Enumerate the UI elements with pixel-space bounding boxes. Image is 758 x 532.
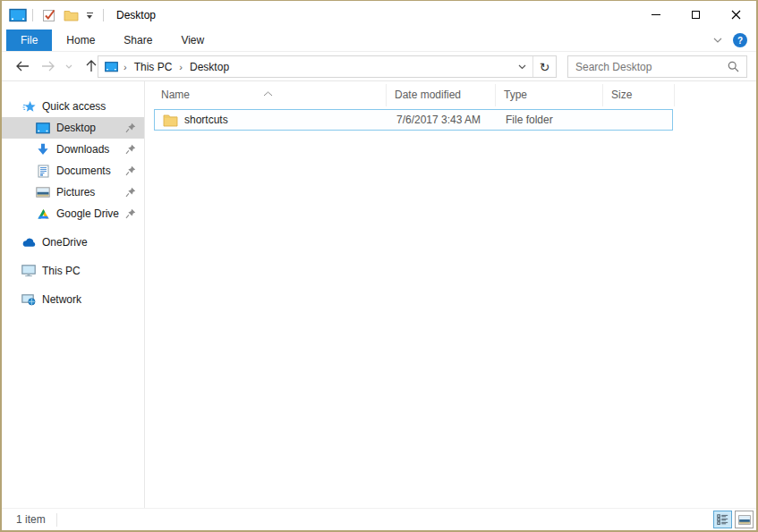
breadcrumb-chevron-icon: › <box>118 62 132 72</box>
sidebar-item-label: Network <box>42 293 81 306</box>
ribbon-tabs: File Home Share View <box>6 30 218 51</box>
address-dropdown-button chevron-down-icon[interactable] <box>511 56 532 77</box>
expand-ribbon-button chevron-down-icon[interactable] <box>713 28 722 53</box>
close-icon <box>731 10 741 20</box>
ribbon-right-controls: ? <box>713 30 747 51</box>
sidebar-item-network[interactable]: Network <box>2 289 144 310</box>
divider <box>32 9 33 21</box>
column-header-name[interactable]: Name <box>145 84 387 106</box>
titlebar: Desktop <box>2 1 756 30</box>
divider <box>103 9 104 21</box>
file-list-pane: Name Date modified Type Size shortcuts 7… <box>145 81 756 508</box>
properties-check-icon <box>42 8 56 22</box>
pin-icon <box>125 165 136 179</box>
forward-button forward-arrow-icon[interactable] <box>36 54 61 79</box>
sidebar-item-label: Documents <box>56 165 111 177</box>
sidebar-item-label: Downloads <box>56 143 109 156</box>
sidebar-item-label: Desktop <box>56 122 96 134</box>
pin-icon <box>125 144 136 157</box>
document-icon <box>36 165 50 178</box>
tab-home[interactable]: Home <box>52 30 109 51</box>
sidebar-item-google-drive[interactable]: Google Drive <box>2 203 144 224</box>
sidebar-item-label: This PC <box>42 265 81 277</box>
picture-icon <box>36 187 50 198</box>
breadcrumb-chevron-icon: › <box>174 62 188 72</box>
navigation-pane: Quick access Desktop Downloads <box>2 81 145 508</box>
pin-icon <box>125 122 136 136</box>
sidebar-item-onedrive[interactable]: OneDrive <box>2 232 144 253</box>
view-toggle-buttons <box>713 511 754 528</box>
search-box <box>567 55 747 78</box>
help-button question-icon[interactable]: ? <box>733 33 747 47</box>
maximize-icon <box>692 11 700 19</box>
maximize-button[interactable] <box>676 1 716 29</box>
folder-icon <box>64 9 79 21</box>
column-header-type[interactable]: Type <box>496 84 603 106</box>
sidebar-item-label: Quick access <box>42 100 106 113</box>
tab-share[interactable]: Share <box>109 30 166 51</box>
qat-customize-button chevron-down-icon[interactable] <box>81 4 98 26</box>
sidebar-item-downloads[interactable]: Downloads <box>2 139 144 160</box>
download-arrow-icon <box>36 143 50 156</box>
sidebar-item-this-pc[interactable]: This PC <box>2 260 144 282</box>
tab-file[interactable]: File <box>6 30 52 51</box>
thumbnails-view-button picture-icon[interactable] <box>735 511 754 528</box>
ribbon-tab-row: File Home Share View ? <box>2 30 756 52</box>
breadcrumb-this-pc[interactable]: This PC <box>132 61 175 73</box>
minimize-button[interactable] <box>635 1 676 29</box>
onedrive-cloud-icon <box>21 238 36 248</box>
sidebar-item-quick-access[interactable]: Quick access <box>2 96 144 117</box>
window-controls <box>635 1 756 29</box>
file-type: File folder <box>506 114 553 126</box>
tab-view[interactable]: View <box>166 30 218 51</box>
divider <box>56 513 57 527</box>
navigation-buttons <box>9 52 106 80</box>
search-icon <box>728 61 739 72</box>
qat-properties-button[interactable] <box>38 4 60 26</box>
pin-icon <box>125 187 136 200</box>
recent-locations-button chevron-down-icon[interactable] <box>61 54 77 79</box>
sidebar-item-label: Pictures <box>56 186 95 198</box>
search-input[interactable] <box>568 61 728 73</box>
explorer-window: Desktop File Home Share View ? <box>0 0 758 532</box>
main-area: Quick access Desktop Downloads <box>2 81 756 508</box>
item-count: 1 item <box>16 513 46 526</box>
refresh-button refresh-icon[interactable]: ↻ <box>532 56 556 77</box>
sort-ascending-icon <box>263 82 273 105</box>
pin-icon <box>125 208 136 222</box>
file-date-modified: 7/6/2017 3:43 AM <box>396 114 481 126</box>
sidebar-item-desktop[interactable]: Desktop <box>2 117 144 139</box>
qat-new-folder-button[interactable] <box>60 4 81 26</box>
quick-access-star-icon <box>21 100 36 114</box>
window-title: Desktop <box>116 9 156 21</box>
sidebar-item-documents[interactable]: Documents <box>2 160 144 182</box>
address-bar[interactable]: › This PC › Desktop ↻ <box>98 55 557 78</box>
breadcrumb-desktop[interactable]: Desktop <box>188 61 231 73</box>
network-icon <box>21 293 36 306</box>
close-button[interactable] <box>716 1 756 29</box>
column-header-date-modified[interactable]: Date modified <box>387 84 496 106</box>
sidebar-item-label: Google Drive <box>56 207 119 220</box>
app-monitor-icon <box>9 8 27 22</box>
details-view-button details-list-icon[interactable] <box>713 511 732 528</box>
sidebar-item-label: OneDrive <box>42 236 88 249</box>
sidebar-item-pictures[interactable]: Pictures <box>2 182 144 203</box>
this-pc-monitor-icon <box>21 265 36 277</box>
column-headers: Name Date modified Type Size <box>145 84 675 106</box>
minimize-icon <box>652 14 660 15</box>
back-button back-arrow-icon[interactable] <box>9 54 36 79</box>
monitor-icon <box>36 122 50 134</box>
google-drive-icon <box>36 208 50 220</box>
breadcrumb-monitor-icon <box>105 62 118 72</box>
folder-icon <box>163 114 178 127</box>
file-name: shortcuts <box>184 114 228 126</box>
status-bar: 1 item <box>2 508 756 530</box>
address-row: › This PC › Desktop ↻ <box>2 52 756 81</box>
column-header-size[interactable]: Size <box>603 84 675 106</box>
file-row-shortcuts[interactable]: shortcuts 7/6/2017 3:43 AM File folder <box>154 109 673 131</box>
